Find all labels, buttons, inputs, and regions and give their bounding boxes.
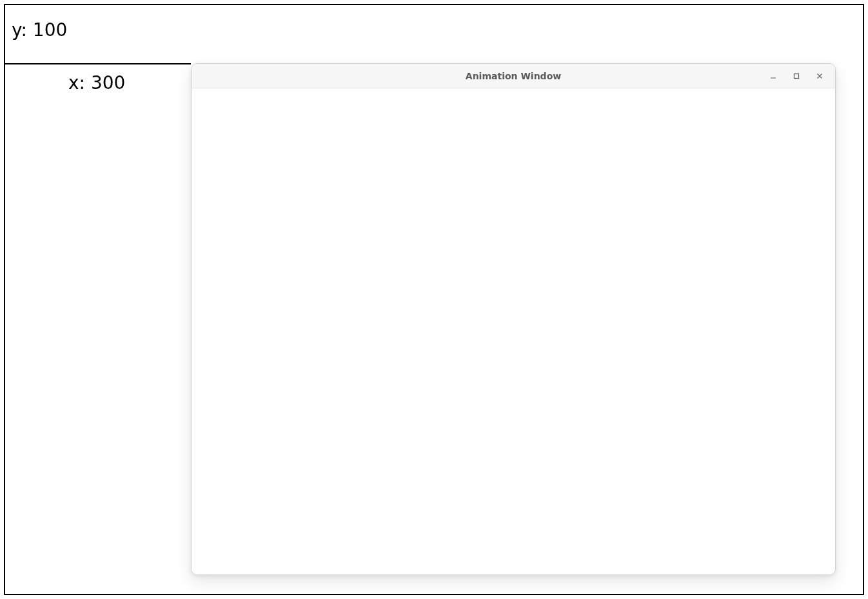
close-icon: [816, 72, 824, 80]
close-button[interactable]: [808, 66, 831, 86]
minimize-icon: [769, 72, 777, 80]
window-content-area: [192, 88, 835, 574]
maximize-icon: [793, 72, 800, 80]
window-title: Animation Window: [466, 71, 561, 81]
minimize-button[interactable]: [762, 66, 785, 86]
window-controls: [762, 64, 831, 88]
svg-rect-1: [794, 74, 799, 79]
x-offset-label: x: 300: [68, 72, 125, 93]
diagram-frame: y: 100 x: 300 Animation Window: [4, 4, 864, 595]
y-offset-label: y: 100: [12, 19, 67, 41]
window-titlebar[interactable]: Animation Window: [192, 64, 835, 88]
animation-window[interactable]: Animation Window: [191, 63, 836, 575]
y-offset-region: y: 100: [5, 5, 191, 64]
maximize-button[interactable]: [785, 66, 808, 86]
